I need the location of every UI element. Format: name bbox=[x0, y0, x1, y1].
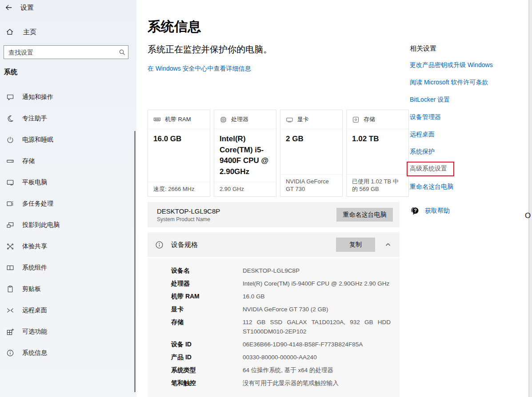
sidebar-item-remote-desktop[interactable]: 远程桌面 bbox=[0, 300, 133, 321]
sidebar-scrollbar-thumb[interactable] bbox=[134, 131, 136, 392]
spec-label: 产品 ID bbox=[171, 353, 243, 362]
device-spec-title: 设备规格 bbox=[171, 241, 198, 249]
device-spec-header: 设备规格 复制 bbox=[148, 232, 400, 257]
spec-row: 处理器 Intel(R) Core(TM) i5-9400F CPU @ 2.9… bbox=[171, 277, 391, 290]
spec-label: 机带 RAM bbox=[171, 292, 243, 301]
spec-row: 机带 RAM 16.0 GB bbox=[171, 290, 391, 303]
search-input[interactable] bbox=[4, 49, 116, 56]
gpu-icon bbox=[286, 116, 293, 123]
spec-row: 设备 ID 06E36B66-1D90-4148-B58F-F773B824F8… bbox=[171, 338, 391, 351]
sidebar-item-notifications[interactable]: 通知和操作 bbox=[0, 87, 133, 108]
card-ram: 机带 RAM 16.0 GB 速度: 2666 MHz bbox=[148, 110, 210, 197]
spec-label: 系统类型 bbox=[171, 365, 243, 375]
sidebar-item-label: 远程桌面 bbox=[22, 306, 47, 314]
page-title: 系统信息 bbox=[148, 18, 201, 36]
card-footer: 2.90 GHz bbox=[214, 182, 276, 196]
spec-row: 设备名 DESKTOP-LGL9C8P bbox=[171, 264, 391, 277]
sidebar-item-label: 平板电脑 bbox=[22, 179, 47, 187]
power-sleep-icon bbox=[6, 136, 14, 144]
card-storage: 存储 1.02 TB 已使用 1.02 TB 中的 569 GB bbox=[346, 110, 409, 197]
spec-value: NVIDIA GeForce GT 730 (2 GB) bbox=[243, 305, 391, 314]
spec-value: 112 GB SSD GALAX TA1D0120A, 932 GB HDD S… bbox=[243, 318, 391, 336]
search-icon[interactable] bbox=[116, 49, 128, 56]
card-label: 存储 bbox=[364, 115, 375, 123]
about-icon bbox=[6, 349, 14, 357]
spec-value: 06E36B66-1D90-4148-B58F-F773B824F85A bbox=[243, 340, 391, 349]
get-help-link[interactable]: ? 获取帮助 bbox=[410, 206, 450, 216]
link-change-product-key[interactable]: 更改产品密钥或升级 Windows bbox=[410, 61, 526, 69]
sidebar-item-multitasking[interactable]: 多任务处理 bbox=[0, 193, 133, 214]
link-rename-this-pc[interactable]: 重命名这台电脑 bbox=[410, 183, 526, 191]
disk-icon bbox=[352, 116, 360, 123]
card-cpu: 处理器 Intel(R) Core(TM) i5-9400F CPU @ 2.9… bbox=[214, 110, 276, 197]
spec-label: 设备 ID bbox=[171, 340, 243, 349]
related-settings: 相关设置 更改产品密钥或升级 Windows 阅读 Microsoft 软件许可… bbox=[410, 44, 526, 200]
sidebar-item-label: 电源和睡眠 bbox=[22, 136, 53, 144]
rename-pc-button[interactable]: 重命名这台电脑 bbox=[336, 208, 393, 222]
info-icon bbox=[155, 241, 164, 249]
card-gpu: 显卡 2 GB NVIDIA GeForce GT 730 bbox=[280, 110, 343, 197]
sidebar-section-label: 系统 bbox=[4, 68, 17, 76]
get-help-icon: ? bbox=[410, 206, 420, 216]
spec-label: 存储 bbox=[171, 318, 243, 327]
sidebar-nav: 通知和操作 专注助手 电源和睡眠 存储 平板电脑 多任务处理 bbox=[0, 87, 133, 364]
sidebar-item-about[interactable]: 系统信息 bbox=[0, 342, 133, 364]
spec-row: 笔和触控 没有可用于此显示器的笔或触控输入 bbox=[171, 377, 391, 389]
copy-button[interactable]: 复制 bbox=[336, 238, 375, 252]
sidebar: 设置 主页 系统 通知和操作 专注助手 电源和睡眠 bbox=[0, 0, 136, 397]
link-system-protection[interactable]: 系统保护 bbox=[410, 147, 526, 155]
card-footer: NVIDIA GeForce GT 730 bbox=[280, 174, 342, 196]
window-scrollbar[interactable] bbox=[528, 0, 532, 397]
spec-value: 64 位操作系统, 基于 x64 的处理器 bbox=[243, 365, 391, 375]
link-advanced-system-settings[interactable]: 高级系统设置 bbox=[407, 162, 454, 176]
chevron-up-icon bbox=[385, 242, 391, 248]
sidebar-item-label: 投影到此电脑 bbox=[22, 221, 60, 229]
windows-security-link[interactable]: 在 Windows 安全中心中查看详细信息 bbox=[148, 65, 251, 73]
sidebar-item-label: 系统信息 bbox=[22, 349, 47, 357]
sidebar-item-projecting[interactable]: 投影到此电脑 bbox=[0, 214, 133, 236]
ram-icon bbox=[153, 116, 161, 123]
shared-experiences-icon bbox=[6, 242, 14, 250]
svg-text:?: ? bbox=[414, 208, 416, 213]
sidebar-item-focus-assist[interactable]: 专注助手 bbox=[0, 108, 133, 129]
sidebar-item-clipboard[interactable]: 剪贴板 bbox=[0, 278, 133, 300]
sidebar-item-shared-experiences[interactable]: 体验共享 bbox=[0, 236, 133, 257]
link-device-manager[interactable]: 设备管理器 bbox=[410, 113, 526, 121]
link-license-terms[interactable]: 阅读 Microsoft 软件许可条款 bbox=[410, 78, 526, 86]
sidebar-item-power-sleep[interactable]: 电源和睡眠 bbox=[0, 129, 133, 151]
sidebar-item-home[interactable]: 主页 bbox=[0, 25, 136, 39]
page-subtitle: 系统正在监控并保护你的电脑。 bbox=[148, 44, 272, 56]
sidebar-item-system-components[interactable]: 系统组件 bbox=[0, 257, 133, 278]
link-bitlocker-settings[interactable]: BitLocker 设置 bbox=[410, 95, 526, 103]
settings-window: 设置 主页 系统 通知和操作 专注助手 电源和睡眠 bbox=[0, 0, 532, 397]
app-title: 设置 bbox=[20, 4, 34, 12]
spec-value: 没有可用于此显示器的笔或触控输入 bbox=[243, 378, 391, 388]
cpu-icon bbox=[220, 116, 227, 123]
device-name-panel: DESKTOP-LGL9C8P System Product Name 重命名这… bbox=[148, 202, 400, 227]
spec-row: 产品 ID 00330-80000-00000-AA240 bbox=[171, 351, 391, 364]
collapse-chevron-button[interactable] bbox=[383, 239, 393, 250]
sidebar-item-label: 专注助手 bbox=[22, 115, 47, 123]
storage-icon bbox=[6, 157, 14, 165]
tablet-icon bbox=[6, 179, 14, 187]
optional-features-icon bbox=[6, 328, 14, 336]
sidebar-item-label: 可选功能 bbox=[22, 328, 47, 336]
sidebar-item-label: 通知和操作 bbox=[22, 93, 53, 101]
card-value: 16.0 GB bbox=[148, 129, 210, 149]
card-label: 机带 RAM bbox=[165, 115, 191, 123]
spec-value: 00330-80000-00000-AA240 bbox=[243, 353, 391, 362]
link-remote-desktop[interactable]: 远程桌面 bbox=[410, 130, 526, 138]
sidebar-home-label: 主页 bbox=[23, 28, 36, 36]
remote-desktop-icon bbox=[6, 306, 14, 314]
card-footer: 速度: 2666 MHz bbox=[148, 182, 210, 196]
sidebar-item-label: 剪贴板 bbox=[22, 285, 41, 293]
sidebar-item-tablet[interactable]: 平板电脑 bbox=[0, 172, 133, 193]
back-button[interactable] bbox=[0, 1, 18, 14]
sidebar-item-storage[interactable]: 存储 bbox=[0, 151, 133, 172]
card-value: 1.02 TB bbox=[347, 129, 408, 149]
clipboard-icon bbox=[6, 285, 14, 293]
sidebar-item-optional-features[interactable]: 可选功能 bbox=[0, 321, 133, 342]
titlebar-left: 设置 bbox=[0, 0, 136, 15]
spec-label: 设备名 bbox=[171, 266, 243, 275]
card-label: 显卡 bbox=[297, 115, 309, 123]
